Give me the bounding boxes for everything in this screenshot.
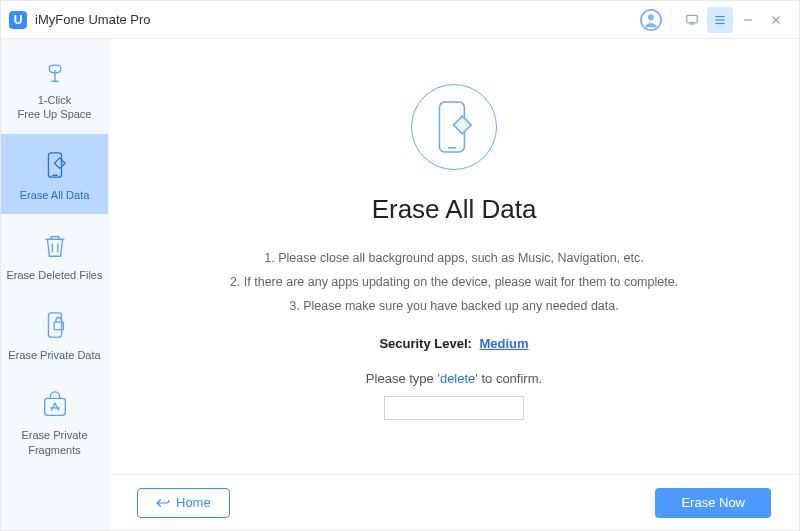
erase-phone-hero-icon (433, 100, 475, 154)
titlebar: U iMyFone Umate Pro (1, 1, 799, 39)
app-title: iMyFone Umate Pro (35, 12, 151, 27)
sidebar-item-label: Erase Private Fragments (5, 428, 104, 457)
svg-rect-11 (48, 152, 61, 176)
confirm-keyword: 'delete' (437, 371, 477, 386)
security-level-row: Security Level: Medium (379, 336, 528, 351)
sidebar-item-erase-deleted-files[interactable]: Erase Deleted Files (1, 214, 108, 294)
sidebar-item-free-up-space[interactable]: 1-Click Free Up Space (1, 39, 108, 134)
sidebar-item-erase-all-data[interactable]: Erase All Data (1, 134, 108, 214)
erase-now-label: Erase Now (681, 495, 745, 510)
confirm-input[interactable] (384, 396, 524, 420)
main-panel: Erase All Data 1. Please close all backg… (109, 39, 799, 530)
trash-icon (40, 230, 70, 260)
app-logo: U (9, 11, 27, 29)
footer: Home Erase Now (109, 474, 799, 530)
svg-rect-21 (453, 116, 471, 134)
instruction-3: 3. Please make sure you have backed up a… (230, 295, 678, 319)
home-button-label: Home (176, 495, 211, 510)
plunger-icon (40, 55, 70, 85)
account-icon[interactable] (638, 7, 664, 33)
sidebar-item-label: Erase Private Data (5, 348, 104, 362)
sidebar-item-label: 1-Click Free Up Space (5, 93, 104, 122)
sidebar-item-erase-private-data[interactable]: Erase Private Data (1, 294, 108, 374)
svg-rect-18 (44, 399, 65, 416)
app-store-icon (40, 390, 70, 420)
sidebar-item-label: Erase Deleted Files (5, 268, 104, 282)
page-title: Erase All Data (372, 194, 537, 225)
confirm-instruction: Please type 'delete' to confirm. (366, 371, 542, 386)
back-arrow-icon (156, 497, 170, 509)
instruction-1: 1. Please close all background apps, suc… (230, 247, 678, 271)
security-level-link[interactable]: Medium (480, 336, 529, 351)
home-button[interactable]: Home (137, 488, 230, 518)
minimize-button[interactable] (735, 7, 761, 33)
private-phone-icon (40, 310, 70, 340)
svg-rect-16 (48, 313, 61, 337)
hero-icon-circle (411, 84, 497, 170)
titlebar-separator (670, 9, 671, 31)
instruction-2: 2. If there are any apps updating on the… (230, 271, 678, 295)
erase-now-button[interactable]: Erase Now (655, 488, 771, 518)
sidebar-item-erase-private-fragments[interactable]: Erase Private Fragments (1, 374, 108, 469)
security-level-label: Security Level: (379, 336, 472, 351)
svg-rect-13 (54, 157, 65, 168)
instructions: 1. Please close all background apps, suc… (230, 247, 678, 318)
sidebar: 1-Click Free Up Space Erase All Data Era… (1, 39, 109, 530)
sidebar-item-label: Erase All Data (5, 188, 104, 202)
feedback-icon[interactable] (679, 7, 705, 33)
menu-icon[interactable] (707, 7, 733, 33)
erase-phone-icon (40, 150, 70, 180)
svg-rect-2 (687, 15, 698, 23)
svg-point-1 (648, 14, 654, 20)
close-button[interactable] (763, 7, 789, 33)
